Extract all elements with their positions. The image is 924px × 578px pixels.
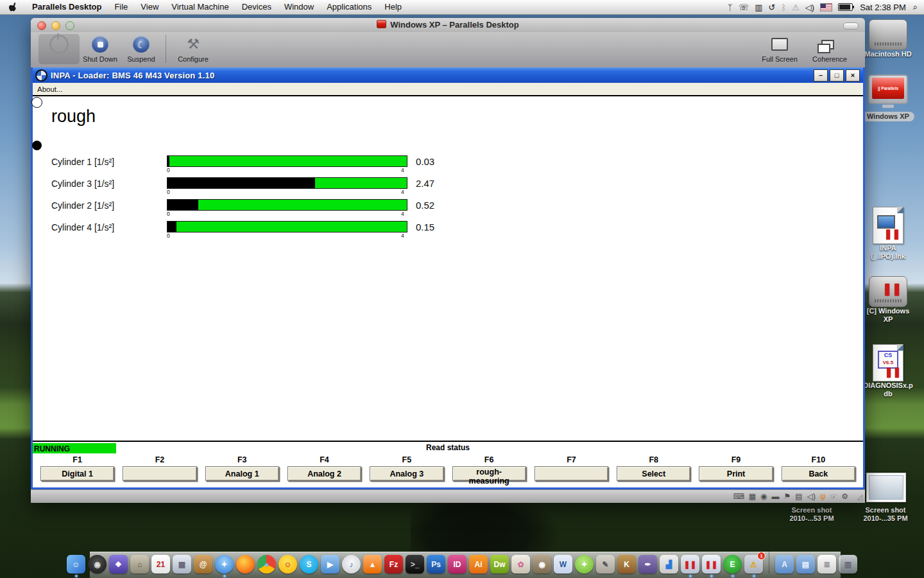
coherence-button[interactable]: Coherence <box>805 32 855 63</box>
dock-item-printer-alert[interactable]: ⚠1 <box>744 555 763 574</box>
network-icon[interactable]: ⚑ <box>784 493 791 500</box>
dock-item-terminal[interactable]: >_ <box>406 555 424 574</box>
dock-item-keynote[interactable]: K <box>617 555 636 574</box>
toolbar-toggle-pill[interactable] <box>843 22 859 30</box>
dock-item-dashboard[interactable]: ◉ <box>88 555 107 574</box>
desktop-icon-macintosh-hd[interactable]: Macintosh HD <box>860 19 916 58</box>
screenshot-2-label[interactable]: Screen shot 2010-...35 PM <box>847 506 924 523</box>
input-language-flag[interactable] <box>820 3 832 12</box>
dock-item-notebook[interactable]: ≣ <box>817 555 836 574</box>
menu-app-name[interactable]: Parallels Desktop <box>26 0 108 14</box>
hard-disk-icon[interactable]: ▬ <box>772 493 780 500</box>
dock-item-filezilla[interactable]: Fz <box>384 555 403 574</box>
full-screen-button[interactable]: Full Screen <box>755 32 805 63</box>
dock-item-xp-window-shortcut[interactable]: ❚❚ <box>702 555 721 574</box>
desktop-icon-c-windows-xp[interactable]: ❚❚ [C] Windows XP <box>860 276 916 324</box>
dock-item-e-app[interactable]: E <box>723 555 742 574</box>
menu-devices[interactable]: Devices <box>235 0 278 14</box>
dock-item-photo-booth[interactable]: ◉ <box>533 555 551 574</box>
time-machine-icon[interactable]: ↺ <box>768 3 775 12</box>
keyboard-icon[interactable]: ⌨ <box>733 493 744 500</box>
dock-item-dreamweaver[interactable]: Dw <box>490 555 509 574</box>
menu-help[interactable]: Help <box>378 0 408 14</box>
resize-grip[interactable]: ◿ <box>857 493 862 501</box>
fkey-button-F9[interactable]: Print <box>699 466 773 481</box>
desktop-icon-screenshot-2[interactable] <box>866 473 905 502</box>
floppy-icon[interactable]: ▦ <box>749 493 756 500</box>
dock-item-documents-folder[interactable]: ▤ <box>796 555 815 574</box>
dock-item-firefox[interactable] <box>236 555 255 574</box>
dock-item-desktop-cleaner[interactable]: ⌂ <box>130 555 149 574</box>
menu-virtual-machine[interactable]: Virtual Machine <box>165 0 235 14</box>
settings-gear-icon[interactable]: ⚙ <box>841 493 848 500</box>
dock-item-applications-folder[interactable]: A <box>775 555 794 574</box>
menubar-clock[interactable]: Sat 2:38 PM <box>859 3 907 12</box>
dock-item-charts-app[interactable]: ▟ <box>660 555 678 574</box>
modem-phone-icon[interactable]: ☏ <box>739 3 749 12</box>
fkey-button-F8[interactable]: Select <box>617 466 690 481</box>
dock-item-preview[interactable]: ▦ <box>173 555 191 574</box>
cd-icon[interactable]: ◉ <box>760 493 767 500</box>
sound-icon[interactable]: ◁) <box>807 493 816 500</box>
apple-menu[interactable] <box>0 2 26 12</box>
dock-item-skype[interactable]: S <box>300 555 318 574</box>
volume-icon[interactable]: ◁) <box>805 3 814 12</box>
dock-item-itunes[interactable]: ♪ <box>342 555 361 574</box>
printer-icon[interactable]: ▤ <box>795 493 802 500</box>
dock-item-word[interactable]: W <box>554 555 572 574</box>
shared-folder-icon[interactable]: ☞ <box>830 493 837 500</box>
about-menu-item[interactable]: About... <box>33 84 67 94</box>
inpa-minimize-button[interactable]: – <box>814 69 828 82</box>
inpa-close-button[interactable]: × <box>846 69 860 82</box>
inpa-maximize-button[interactable]: □ <box>830 69 844 82</box>
dock-item-purple-3d-app[interactable]: ❖ <box>109 555 128 574</box>
dock-item-ichat[interactable]: ▶ <box>321 555 339 574</box>
fkey-button-F2[interactable] <box>123 466 196 481</box>
dock-item-vlc[interactable]: ▲ <box>363 555 382 574</box>
dock-item-toolbox[interactable]: ✎ <box>596 555 615 574</box>
dock-item-parallels-shortcut[interactable]: ❚❚ <box>681 555 699 574</box>
menu-file[interactable]: File <box>108 0 134 14</box>
screenshot-1-label[interactable]: Screen shot 2010-...53 PM <box>773 506 850 523</box>
suspend-button[interactable]: ☾ Suspend <box>121 32 162 63</box>
dock-item-design-pen[interactable]: ✒ <box>638 555 657 574</box>
inpa-titlebar[interactable]: INPA - Loader: BMS 46 M43 Version 1.10 –… <box>33 67 863 83</box>
fkey-button-F1[interactable]: Digital 1 <box>40 466 114 481</box>
shut-down-button[interactable]: Shut Down <box>80 32 121 63</box>
desktop-icon-inpa-shortcut[interactable]: ❚❚ INPA (_.IPO).lnk <box>860 207 916 261</box>
spotlight-icon[interactable]: ⌕ <box>913 2 918 12</box>
dock-item-safari[interactable]: ✦ <box>215 555 234 574</box>
fkey-button-F3[interactable]: Analog 1 <box>205 466 279 481</box>
fkey-button-F6[interactable]: rough-measuring <box>452 466 526 481</box>
start-button[interactable]: Start <box>38 34 80 64</box>
dock-item-address-book[interactable]: @ <box>194 555 212 574</box>
dock-item-finder[interactable]: ☺ <box>67 555 85 574</box>
dock-item-photoshop[interactable]: Ps <box>427 555 445 574</box>
configure-button[interactable]: ⚒ Configure <box>173 32 214 63</box>
fkey-button-F7[interactable] <box>535 466 608 481</box>
usb-icon[interactable]: ψ <box>820 493 826 500</box>
dock-item-yahoo-messenger[interactable]: ☺ <box>278 555 297 574</box>
fkey-button-F4[interactable]: Analog 2 <box>287 466 361 481</box>
battery-meter-icon[interactable]: ▥ <box>755 3 762 12</box>
fkey-button-F5[interactable]: Analog 3 <box>370 466 443 481</box>
airport-antenna-icon[interactable]: ᛉ <box>728 3 733 12</box>
desktop-icon-diagnosis-db[interactable]: CS V6.5 ❚❚ DIAGNOSISx.p db <box>860 344 916 398</box>
dock-item-indesign[interactable]: ID <box>448 555 466 574</box>
menu-applications[interactable]: Applications <box>320 0 378 14</box>
dock-item-iphoto[interactable]: ✿ <box>511 555 530 574</box>
parallels-titlebar[interactable]: Windows XP – Parallels Desktop <box>31 18 865 33</box>
wifi-alert-icon[interactable]: ⚠ <box>792 3 800 12</box>
battery-icon[interactable] <box>838 3 853 11</box>
dock-item-ical[interactable]: 21 <box>151 555 170 574</box>
dock-item-chrome[interactable]: ● <box>257 555 276 574</box>
desktop-icon-windows-xp-vm[interactable]: || Parallels Windows XP <box>860 74 916 121</box>
menu-view[interactable]: View <box>134 0 165 14</box>
dock-item-illustrator[interactable]: Ai <box>469 555 488 574</box>
fkey-button-F10[interactable]: Back <box>782 466 855 481</box>
dock-item-messenger-green[interactable]: ✦ <box>575 555 594 574</box>
vm-screen: INPA - Loader: BMS 46 M43 Version 1.10 –… <box>31 67 865 489</box>
menu-window[interactable]: Window <box>278 0 320 14</box>
bluetooth-icon[interactable]: ᛒ <box>781 3 786 12</box>
dock-item-trash[interactable]: ▥ <box>839 555 857 574</box>
